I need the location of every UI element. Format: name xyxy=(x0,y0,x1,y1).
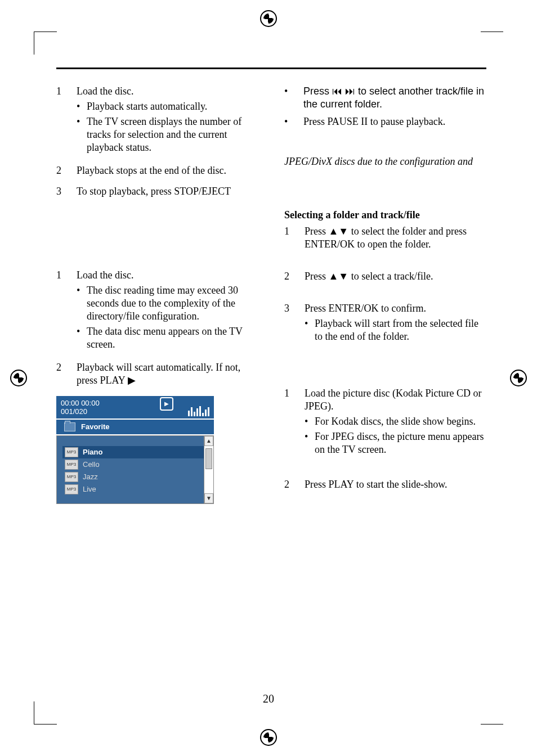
italic-note: JPEG/DivX discs due to the configuration… xyxy=(284,155,486,168)
list-item: 2 Playback stops at the end of the disc. xyxy=(56,164,258,177)
sub-item: Playback starts automatically. xyxy=(87,100,258,113)
track-name: Piano xyxy=(83,448,102,457)
list-item: MP3 Cello xyxy=(62,458,204,471)
list-item: 2 Press ▲▼ to select a track/file. xyxy=(284,270,486,283)
item-number: 1 xyxy=(284,387,292,458)
manual-page: 1 Load the disc. •Playback starts automa… xyxy=(0,0,537,756)
track-name: Jazz xyxy=(83,472,98,482)
item-number: 3 xyxy=(56,185,64,198)
list-item: MP3 Live xyxy=(62,483,204,496)
item-text: Press PLAY to start the slide-show. xyxy=(305,478,486,491)
page-number: 20 xyxy=(0,692,537,705)
list-item: 1 Load the picture disc (Kodak Picture C… xyxy=(284,387,486,458)
registration-mark-icon xyxy=(260,10,277,27)
file-type-icon: MP3 xyxy=(65,447,78,457)
item-text: Load the picture disc (Kodak Picture CD … xyxy=(305,388,481,412)
right-list-b: 1 Load the picture disc (Kodak Picture C… xyxy=(284,387,486,458)
file-type-icon: MP3 xyxy=(65,460,78,470)
equalizer-icon xyxy=(188,406,209,416)
item-text: Load the disc. xyxy=(77,86,133,97)
screenshot-header: 00:00 00:00 001/020 ▶ xyxy=(56,396,214,418)
track-name: Cello xyxy=(83,460,100,470)
item-text: To stop playback, press STOP/EJECT xyxy=(77,185,258,198)
section-heading: Selecting a folder and track/file xyxy=(284,209,486,222)
right-column: •Press ⏮ ⏭ to select another track/file … xyxy=(284,85,486,504)
right-list-b-cont: 2 Press PLAY to start the slide-show. xyxy=(284,478,486,491)
crop-mark xyxy=(34,32,57,55)
left-list-a: 1 Load the disc. •Playback starts automa… xyxy=(56,85,258,198)
sub-item: The TV screen displays the number of tra… xyxy=(87,115,258,154)
track-counter: 001/020 xyxy=(61,407,100,416)
right-bullets: •Press ⏮ ⏭ to select another track/file … xyxy=(284,85,486,128)
crop-mark xyxy=(481,32,503,55)
item-number: 1 xyxy=(284,225,292,251)
right-list-a: 1 Press ▲▼ to select the folder and pres… xyxy=(284,225,486,251)
list-item: 2 Press PLAY to start the slide-show. xyxy=(284,478,486,491)
item-number: 3 xyxy=(284,302,292,345)
content-columns: 1 Load the disc. •Playback starts automa… xyxy=(56,85,486,504)
item-text: Press ▲▼ to select a track/file. xyxy=(305,270,486,283)
list-item: MP3 Jazz xyxy=(62,471,204,483)
sub-item: The disc reading time may exceed 30 seco… xyxy=(87,284,258,323)
list-item: 1 Press ▲▼ to select the folder and pres… xyxy=(284,225,486,251)
item-text: Press ENTER/OK to confirm. xyxy=(305,303,426,314)
registration-mark-icon xyxy=(510,370,527,386)
folder-row: Favorite xyxy=(56,420,214,434)
sub-item: The data disc menu appears on the TV scr… xyxy=(87,325,258,351)
folder-icon xyxy=(64,422,75,431)
horizontal-rule xyxy=(56,68,486,69)
list-item: 3 To stop playback, press STOP/EJECT xyxy=(56,185,258,198)
play-icon: ▶ xyxy=(160,397,173,411)
item-text: Load the disc. xyxy=(77,269,133,281)
item-number: 2 xyxy=(284,270,292,283)
file-list-area: MP3 Piano MP3 Cello MP3 Jazz MP3 xyxy=(56,435,214,504)
item-number: 1 xyxy=(56,85,64,156)
scroll-down-icon: ▼ xyxy=(204,493,213,503)
sub-item: Playback will start from the selected fi… xyxy=(315,317,486,343)
folder-name: Favorite xyxy=(81,422,110,432)
scroll-up-icon: ▲ xyxy=(204,436,213,446)
sub-item: For JPEG discs, the picture menu appears… xyxy=(315,430,486,456)
item-text: Press ▲▼ to select the folder and press … xyxy=(305,225,486,251)
list-item: MP3 Piano xyxy=(62,446,204,458)
left-column: 1 Load the disc. •Playback starts automa… xyxy=(56,85,258,504)
right-list-a-cont2: 3 Press ENTER/OK to confirm. •Playback w… xyxy=(284,302,486,345)
scroll-thumb xyxy=(205,448,212,469)
item-number: 2 xyxy=(284,478,292,491)
item-text: Playback stops at the end of the disc. xyxy=(77,164,258,177)
device-ui-screenshot: 00:00 00:00 001/020 ▶ Favorite xyxy=(56,396,214,504)
item-number: 1 xyxy=(56,269,64,353)
list-item: 3 Press ENTER/OK to confirm. •Playback w… xyxy=(284,302,486,345)
bullet-text: Press PAUSE II to pause playback. xyxy=(303,115,486,128)
list-item: 1 Load the disc. •Playback starts automa… xyxy=(56,85,258,156)
bullet-text: Press ⏮ ⏭ to select another track/file i… xyxy=(303,85,486,111)
item-text: Playback will scart automatically. If no… xyxy=(77,361,258,387)
item-number: 2 xyxy=(56,164,64,177)
right-list-a-cont: 2 Press ▲▼ to select a track/file. xyxy=(284,270,486,283)
registration-mark-icon xyxy=(260,729,277,746)
track-name: Live xyxy=(83,485,96,494)
time-display: 00:00 00:00 xyxy=(61,399,100,408)
file-type-icon: MP3 xyxy=(65,472,78,482)
list-item: 1 Load the disc. •The disc reading time … xyxy=(56,269,258,353)
file-type-icon: MP3 xyxy=(65,484,78,494)
left-list-b: 1 Load the disc. •The disc reading time … xyxy=(56,269,258,387)
scrollbar: ▲ ▼ xyxy=(204,436,213,503)
sub-item: For Kodak discs, the slide show begins. xyxy=(315,415,486,428)
list-item: 2 Playback will scart automatically. If … xyxy=(56,361,258,387)
registration-mark-icon xyxy=(10,370,27,386)
item-number: 2 xyxy=(56,361,64,387)
